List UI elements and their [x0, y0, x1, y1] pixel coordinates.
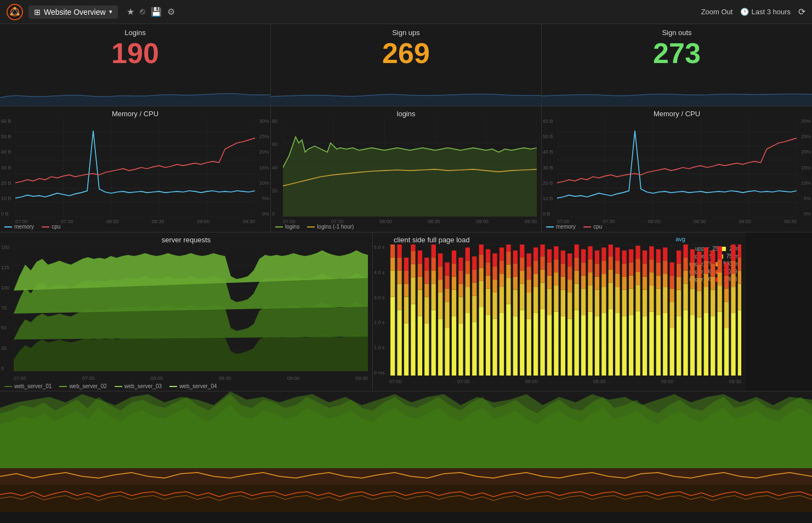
settings-icon[interactable]: ⚙: [167, 7, 175, 17]
svg-rect-117: [452, 251, 456, 264]
svg-rect-325: [738, 271, 741, 284]
svg-rect-212: [581, 249, 586, 263]
legend-line-cpu-r: [583, 226, 591, 228]
svg-rect-189: [554, 286, 558, 312]
svg-rect-242: [622, 251, 627, 264]
svg-rect-74: [397, 284, 401, 310]
svg-rect-209: [581, 288, 586, 315]
svg-rect-143: [492, 319, 497, 376]
svg-rect-293: [697, 317, 701, 376]
svg-rect-238: [622, 316, 627, 376]
svg-rect-316: [724, 275, 729, 288]
star-icon[interactable]: ★: [127, 7, 134, 17]
svg-rect-161: [513, 264, 518, 277]
legend-line-ws01: [4, 386, 12, 387]
svg-rect-181: [540, 257, 544, 270]
svg-rect-236: [615, 260, 620, 274]
svg-rect-97: [424, 258, 429, 271]
svg-rect-176: [533, 260, 538, 274]
svg-rect-210: [581, 275, 586, 288]
legend-line-logins-1h: [307, 226, 315, 228]
svg-rect-216: [588, 259, 592, 272]
svg-rect-81: [404, 271, 408, 284]
svg-rect-286: [683, 258, 688, 271]
svg-rect-95: [424, 284, 429, 297]
svg-rect-312: [718, 246, 722, 259]
svg-rect-211: [581, 263, 586, 276]
svg-rect-111: [445, 275, 449, 288]
chart-svg-area-server-requests: [14, 245, 368, 371]
svg-rect-153: [506, 304, 510, 376]
svg-rect-94: [424, 297, 429, 323]
svg-rect-285: [683, 271, 688, 284]
svg-rect-140: [486, 275, 490, 288]
svg-rect-137: [479, 245, 484, 254]
svg-rect-266: [656, 263, 661, 276]
yaxis-right-memory-cpu: 0%5%10%15%20%25%30%: [259, 118, 269, 217]
svg-rect-69: [390, 297, 395, 376]
svg-rect-77: [397, 245, 401, 258]
dashboard-title-button[interactable]: ⊞ Website Overview ▾: [29, 5, 118, 19]
svg-rect-168: [527, 319, 531, 376]
svg-rect-173: [533, 313, 538, 376]
svg-rect-191: [554, 259, 558, 272]
svg-rect-200: [567, 280, 572, 293]
svg-rect-112: [445, 263, 449, 276]
svg-rect-308: [718, 312, 722, 376]
svg-rect-156: [506, 252, 510, 265]
svg-rect-198: [567, 319, 572, 376]
svg-rect-239: [622, 290, 627, 316]
legend-line-memory-r: [546, 226, 554, 228]
svg-rect-194: [561, 290, 565, 316]
svg-rect-256: [643, 264, 647, 277]
svg-rect-250: [635, 272, 640, 285]
svg-rect-73: [397, 310, 401, 376]
svg-rect-141: [486, 263, 490, 276]
time-range-label: Last 3 hours: [751, 8, 791, 16]
refresh-button[interactable]: ⟳: [798, 7, 805, 17]
svg-rect-150: [499, 274, 504, 287]
svg-rect-101: [431, 258, 436, 271]
legend-line-cpu: [42, 226, 49, 228]
svg-rect-182: [540, 245, 544, 257]
svg-rect-125: [465, 274, 470, 287]
svg-rect-136: [479, 254, 484, 268]
legend-label-ws04: web_server_04: [179, 383, 217, 389]
svg-rect-219: [595, 290, 599, 316]
svg-rect-121: [458, 271, 463, 284]
svg-rect-105: [438, 280, 442, 293]
chart-panel-memory-cpu-right: Memory / CPU 0 B10 B20 B30 B40 B50 B60 B…: [542, 106, 812, 232]
svg-rect-305: [711, 277, 715, 290]
legend-item-ws02: web_server_02: [59, 383, 106, 389]
svg-rect-205: [575, 271, 579, 284]
time-range-picker[interactable]: 🕐 Last 3 hours: [740, 8, 791, 16]
zoom-out-button[interactable]: Zoom Out: [701, 8, 733, 16]
svg-rect-249: [635, 285, 640, 311]
stat-value-signups: 269: [277, 38, 535, 69]
svg-rect-196: [561, 264, 565, 277]
svg-rect-177: [533, 247, 538, 260]
svg-rect-213: [588, 312, 592, 376]
svg-rect-71: [390, 258, 395, 271]
svg-rect-282: [677, 251, 681, 264]
stat-panel-signups: Sign ups 269: [271, 24, 542, 106]
svg-rect-119: [458, 297, 463, 323]
svg-rect-103: [438, 319, 442, 376]
svg-rect-274: [670, 302, 674, 328]
svg-rect-155: [506, 265, 510, 278]
svg-rect-248: [635, 311, 640, 376]
sparkline-logins: [0, 78, 270, 106]
svg-rect-223: [601, 313, 606, 376]
avg-label: avg: [675, 236, 685, 242]
legend-logins: logins logins (-1 hour): [275, 224, 354, 230]
legend-item-cpu: cpu: [42, 224, 60, 230]
big-panel-page-load: client side full page load avg upper_25 …: [373, 232, 746, 391]
svg-rect-218: [595, 316, 599, 376]
save-icon[interactable]: 💾: [151, 7, 162, 17]
svg-rect-170: [527, 280, 531, 293]
svg-rect-152: [499, 247, 504, 260]
share-icon[interactable]: ⎋: [140, 7, 145, 17]
svg-rect-304: [711, 290, 715, 316]
svg-rect-276: [670, 275, 674, 288]
svg-rect-78: [404, 323, 408, 376]
